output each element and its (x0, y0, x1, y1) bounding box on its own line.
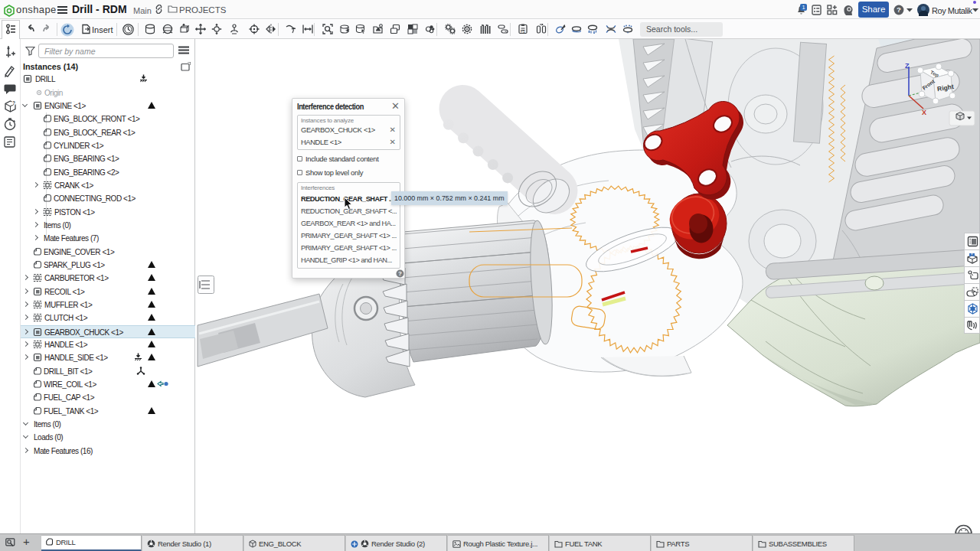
svg-text:X: X (922, 109, 926, 116)
svg-text:1: 1 (802, 4, 805, 11)
svg-text:FS: FS (521, 30, 525, 34)
svg-text:Z: Z (905, 62, 910, 70)
svg-text:?: ? (398, 270, 402, 277)
svg-text:?: ? (897, 5, 901, 14)
svg-text:?: ? (12, 100, 15, 106)
